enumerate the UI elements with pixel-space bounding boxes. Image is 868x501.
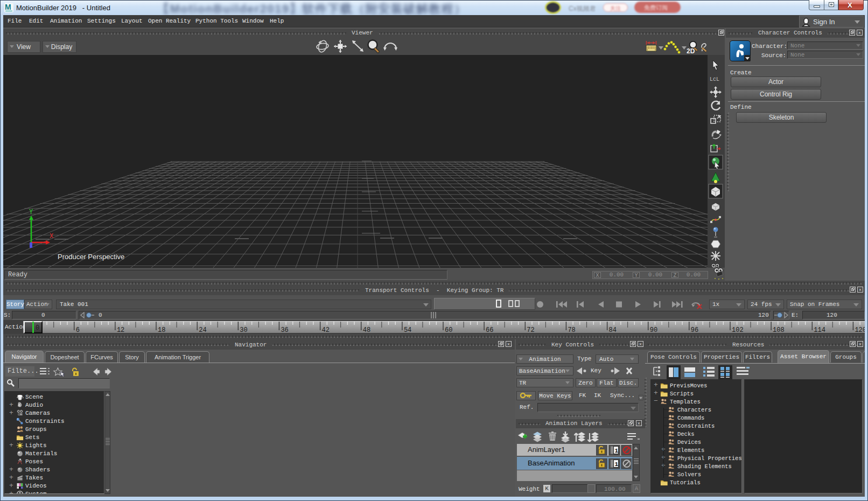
- svg-text:1: 1: [615, 448, 619, 454]
- svg-text:114: 114: [814, 326, 825, 334]
- svg-text:96: 96: [691, 326, 698, 334]
- svg-text:78: 78: [568, 326, 575, 334]
- svg-text:36: 36: [281, 326, 288, 334]
- svg-text:66: 66: [486, 326, 493, 334]
- svg-text:60: 60: [445, 326, 452, 334]
- svg-text:6: 6: [76, 326, 80, 334]
- svg-text:90: 90: [650, 326, 657, 334]
- svg-text:LcL: LcL: [710, 76, 719, 82]
- svg-text:24: 24: [199, 326, 206, 334]
- svg-text:72: 72: [527, 326, 534, 334]
- svg-text:84: 84: [609, 326, 617, 334]
- svg-text:X: X: [50, 233, 53, 240]
- svg-text:18: 18: [158, 326, 165, 334]
- svg-text:48: 48: [363, 326, 370, 334]
- svg-text:42: 42: [322, 326, 330, 334]
- svg-text:30: 30: [240, 326, 247, 334]
- svg-text:102: 102: [732, 326, 744, 334]
- svg-text:108: 108: [773, 326, 785, 334]
- svg-text:12: 12: [117, 326, 124, 334]
- svg-text:2D: 2D: [687, 47, 695, 55]
- svg-text:1: 1: [615, 461, 619, 468]
- svg-text:Y: Y: [29, 208, 33, 216]
- svg-text:54: 54: [404, 326, 411, 334]
